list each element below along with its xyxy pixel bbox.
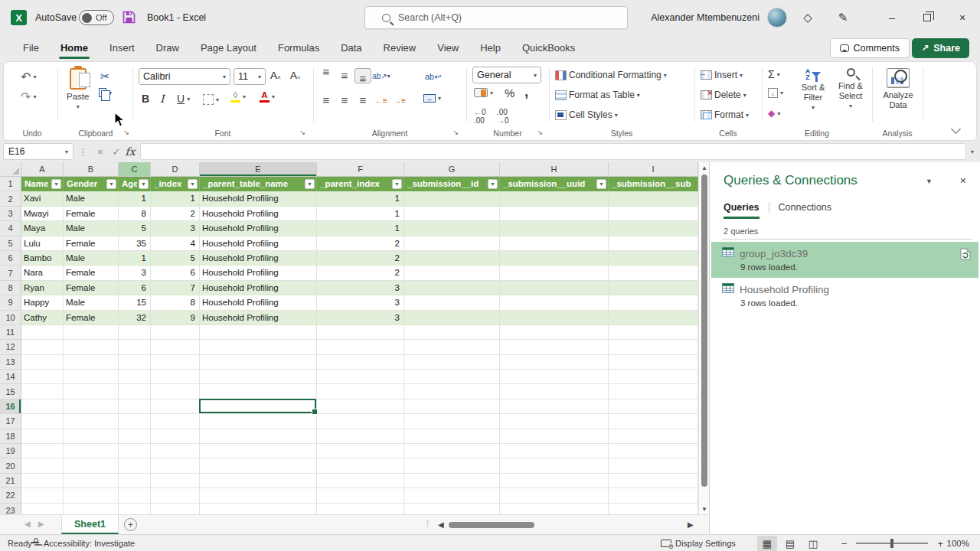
- cell-I17[interactable]: [609, 414, 698, 429]
- cell-I2[interactable]: [609, 191, 698, 206]
- sheet-nav-left-icon[interactable]: ◀: [24, 520, 31, 528]
- cell-G19[interactable]: [404, 444, 500, 458]
- font-name-combo[interactable]: Calibri▾: [139, 68, 230, 85]
- cell-B23[interactable]: [64, 504, 119, 514]
- copy-button[interactable]: ▾: [99, 88, 112, 97]
- cell-F22[interactable]: [317, 488, 404, 503]
- table-header-cell-_submission__uuid[interactable]: _submission__uuid▼: [500, 177, 609, 191]
- cell-D12[interactable]: [151, 340, 200, 354]
- cell-I16[interactable]: [609, 399, 698, 414]
- analyze-data-button[interactable]: Analyze Data: [881, 68, 915, 110]
- row-header-13[interactable]: 13: [0, 355, 21, 370]
- cell-E18[interactable]: [200, 429, 317, 444]
- conditional-formatting-button[interactable]: Conditional Formatting▾: [555, 70, 667, 80]
- cell-E21[interactable]: [200, 474, 317, 488]
- cell-F15[interactable]: [317, 384, 404, 399]
- cell-D3[interactable]: 2: [151, 207, 200, 221]
- restore-button[interactable]: [910, 0, 945, 35]
- accessibility-status[interactable]: Accessibility: Investigate: [31, 538, 135, 548]
- cell-B6[interactable]: Male: [64, 251, 119, 266]
- cell-G12[interactable]: [404, 340, 500, 354]
- cell-D8[interactable]: 7: [151, 281, 200, 295]
- page-break-view-button[interactable]: ◫: [803, 536, 823, 551]
- cell-H8[interactable]: [500, 281, 609, 295]
- cell-D19[interactable]: [151, 444, 200, 458]
- sheet-tab-sheet1[interactable]: Sheet1: [61, 515, 119, 534]
- cell-D13[interactable]: [151, 355, 200, 370]
- cell-D20[interactable]: [151, 458, 200, 473]
- cell-F13[interactable]: [317, 355, 404, 370]
- cell-I15[interactable]: [609, 384, 698, 399]
- row-header-8[interactable]: 8: [0, 281, 21, 295]
- cell-E17[interactable]: [200, 414, 317, 429]
- cell-B17[interactable]: [64, 414, 119, 429]
- cell-D4[interactable]: 3: [151, 221, 200, 236]
- cell-A18[interactable]: [21, 429, 64, 444]
- insert-cells-button[interactable]: Insert▾: [701, 70, 743, 80]
- cell-H12[interactable]: [500, 340, 609, 354]
- cell-H17[interactable]: [500, 414, 609, 429]
- cell-H13[interactable]: [500, 355, 609, 370]
- cell-B20[interactable]: [64, 458, 119, 473]
- cell-C13[interactable]: [119, 355, 151, 370]
- table-header-cell-_parent_index[interactable]: _parent_index▼: [317, 177, 404, 191]
- cell-H22[interactable]: [500, 488, 609, 503]
- row-header-5[interactable]: 5: [0, 236, 21, 251]
- format-cells-button[interactable]: Format▾: [701, 109, 749, 120]
- cell-D14[interactable]: [151, 370, 200, 384]
- cell-A19[interactable]: [21, 444, 64, 458]
- filter-dropdown-icon[interactable]: ▼: [305, 179, 315, 189]
- cell-B21[interactable]: [64, 474, 119, 488]
- cell-G10[interactable]: [404, 311, 500, 325]
- cell-B16[interactable]: [64, 399, 119, 414]
- cell-C22[interactable]: [119, 488, 151, 503]
- query-item-Household Profiling[interactable]: Household Profiling3 rows loaded.: [711, 278, 978, 314]
- cell-D6[interactable]: 5: [151, 251, 200, 266]
- cell-G9[interactable]: [404, 295, 500, 310]
- row-header-11[interactable]: 11: [0, 325, 21, 340]
- row-header-15[interactable]: 15: [0, 384, 21, 399]
- bold-button[interactable]: B: [142, 93, 149, 105]
- cell-C4[interactable]: 5: [119, 221, 151, 236]
- cell-H4[interactable]: [500, 221, 609, 236]
- cell-C23[interactable]: [119, 504, 151, 514]
- cell-G15[interactable]: [404, 384, 500, 399]
- ribbon-tab-home[interactable]: Home: [51, 37, 97, 58]
- cell-C18[interactable]: [119, 429, 151, 444]
- cell-A9[interactable]: Happy: [21, 295, 64, 310]
- cell-G14[interactable]: [404, 370, 500, 384]
- table-header-cell-Name[interactable]: Name▼: [21, 177, 64, 191]
- cell-A12[interactable]: [21, 340, 64, 354]
- cell-H20[interactable]: [500, 458, 609, 473]
- share-button[interactable]: ↗ Share: [912, 38, 969, 58]
- ribbon-tab-file[interactable]: File: [14, 37, 48, 58]
- filter-dropdown-icon[interactable]: ▼: [392, 179, 402, 189]
- cell-H18[interactable]: [500, 429, 609, 444]
- cell-D11[interactable]: [151, 325, 200, 340]
- orientation-button[interactable]: ab↗▾: [373, 68, 390, 83]
- cell-E11[interactable]: [200, 325, 317, 340]
- column-header-C[interactable]: C: [119, 162, 151, 177]
- cell-A20[interactable]: [21, 458, 64, 473]
- row-header-6[interactable]: 6: [0, 251, 21, 266]
- formula-bar-dots-icon[interactable]: ⋮: [78, 146, 88, 158]
- cell-E13[interactable]: [200, 355, 317, 370]
- paste-button[interactable]: Paste ▾: [67, 68, 89, 110]
- cell-D18[interactable]: [151, 429, 200, 444]
- cell-B5[interactable]: Female: [64, 236, 119, 251]
- cell-H2[interactable]: [500, 191, 609, 206]
- middle-align-button[interactable]: ≡: [336, 68, 353, 83]
- cell-F16[interactable]: [317, 399, 404, 414]
- ribbon-tab-review[interactable]: Review: [374, 37, 426, 58]
- row-header-12[interactable]: 12: [0, 340, 21, 354]
- filter-dropdown-icon[interactable]: ▼: [51, 179, 61, 189]
- excel-app-icon[interactable]: X: [11, 10, 27, 25]
- scroll-up-icon[interactable]: ▲: [699, 162, 709, 173]
- decrease-decimal-button[interactable]: .00→0: [497, 108, 509, 125]
- new-sheet-button[interactable]: +: [124, 518, 137, 531]
- cell-D21[interactable]: [151, 474, 200, 488]
- filter-dropdown-icon[interactable]: ▼: [188, 179, 198, 189]
- query-peek-icon[interactable]: [960, 248, 971, 262]
- cell-G11[interactable]: [404, 325, 500, 340]
- cell-F19[interactable]: [317, 444, 404, 458]
